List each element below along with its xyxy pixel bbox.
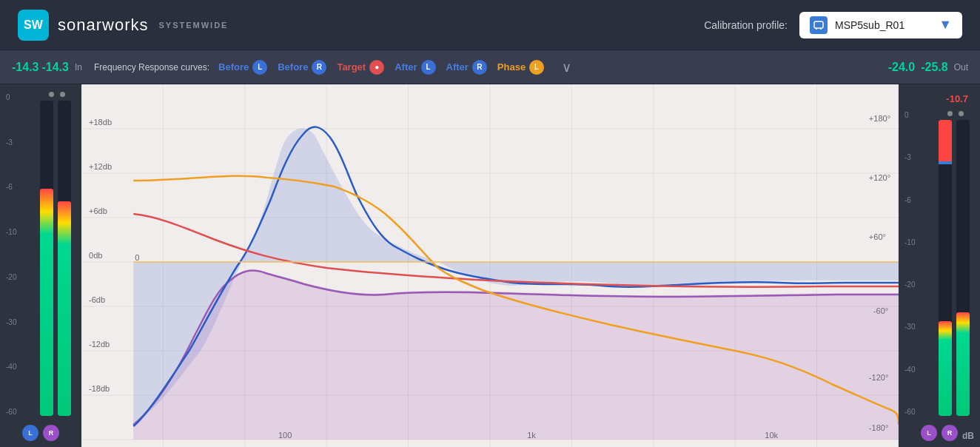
frequency-chart: +18db +12db +6db 0db -6db -12db -18db 10… [81, 84, 899, 447]
svg-text:-12db: -12db [89, 340, 110, 349]
svg-text:+60°: +60° [869, 232, 886, 241]
systemwide-label: SYSTEMWIDE [158, 21, 228, 30]
toolbar: -14.3 -14.3 In Frequency Response curves… [0, 50, 980, 84]
svg-rect-0 [814, 21, 823, 28]
legend-after-r: After R [446, 60, 487, 75]
brand-name: sonarworks [58, 16, 148, 35]
logo-badge: SW [18, 10, 49, 41]
curves-label: Frequency Response curves: [94, 62, 209, 73]
calibration-label: Calibration profile: [704, 19, 788, 31]
right-meter-dots [947, 111, 964, 116]
legend-before-r-dot: R [312, 60, 326, 75]
svg-text:+6db: +6db [89, 206, 107, 215]
header: SW sonarworks SYSTEMWIDE Calibration pro… [0, 0, 980, 50]
left-meter-scale: 0 -3 -6 -10 -20 -30 -40 -60 [6, 93, 16, 416]
right-ch-badge-r: R [942, 425, 958, 441]
chart-area: +18db +12db +6db 0db -6db -12db -18db 10… [81, 84, 899, 447]
dropdown-arrow-icon: ▼ [939, 17, 952, 33]
legend-after-l: After L [395, 60, 435, 75]
legend-before-r-text: Before [278, 61, 308, 73]
legend-target: Target ● [337, 60, 384, 75]
left-ch-badge-r: R [43, 425, 59, 441]
legend-phase-l-text: Phase [497, 61, 526, 73]
in-label: In [75, 62, 82, 73]
right-meter-l-clip [939, 120, 952, 161]
peak-value: -10.7 [905, 92, 974, 104]
legend-after-r-dot: R [472, 60, 487, 75]
legend-after-l-dot: L [421, 60, 436, 75]
legend-phase-l: Phase L [497, 60, 544, 75]
svg-text:-18db: -18db [89, 384, 110, 393]
out-label: Out [954, 62, 968, 73]
left-ch-badge-l: L [22, 425, 38, 441]
right-meter-r [956, 120, 970, 416]
legend-target-dot: ● [369, 60, 384, 75]
svg-text:-6db: -6db [89, 295, 105, 304]
legend-after-r-text: After [446, 61, 469, 73]
svg-text:+180°: +180° [869, 114, 890, 123]
left-meter-r-fill [58, 201, 71, 416]
right-meter-l-marker [939, 161, 952, 164]
right-meter-r-fill [956, 312, 970, 416]
right-meter-bars [939, 120, 970, 416]
meters-left: 0 -3 -6 -10 -20 -30 -40 -60 L R [0, 84, 81, 447]
legend-before-l: Before L [218, 60, 267, 75]
legend-after-l-text: After [395, 61, 417, 73]
svg-text:0db: 0db [89, 251, 102, 260]
legend-target-text: Target [337, 61, 366, 73]
svg-text:+12db: +12db [89, 162, 112, 171]
legend-expand-button[interactable]: ∨ [557, 59, 576, 75]
db-label: dB [962, 431, 974, 441]
right-ch-badge-l: L [921, 425, 937, 441]
legend-before-r: Before R [278, 60, 326, 75]
toolbar-right: -24.0 -25.8 Out [888, 61, 968, 74]
profile-name: MSP5sub_R01 [835, 19, 931, 31]
in-level-l: -14.3 [12, 61, 38, 74]
left-meter-dots [49, 92, 65, 97]
svg-text:+120°: +120° [869, 173, 890, 182]
left-meter-l-fill [40, 189, 53, 416]
profile-dropdown[interactable]: MSP5sub_R01 ▼ [799, 12, 962, 38]
svg-text:0: 0 [135, 253, 139, 262]
left-meter-r [58, 101, 71, 416]
legend-phase-l-dot: L [529, 60, 544, 75]
out-level-l: -24.0 [888, 61, 915, 74]
legend-before-l-dot: L [252, 60, 267, 75]
left-meter-l [40, 101, 53, 416]
meters-right: -10.7 0 -3 -6 -10 -20 -30 -40 -60 [899, 84, 980, 447]
right-meter-l [939, 120, 952, 416]
legend-before-l-text: Before [218, 61, 249, 73]
left-meter-bars [40, 101, 71, 416]
left-meter-bottom-badges: L R [0, 425, 81, 441]
in-level-r: -14.3 [41, 61, 68, 74]
profile-icon [810, 16, 828, 34]
out-level-r: -25.8 [921, 61, 947, 74]
svg-text:+18db: +18db [89, 118, 112, 127]
right-meter-l-fill [939, 321, 952, 416]
main-content: 0 -3 -6 -10 -20 -30 -40 -60 L R [0, 84, 980, 447]
right-meter-scale: 0 -3 -6 -10 -20 -30 -40 -60 [905, 111, 915, 416]
